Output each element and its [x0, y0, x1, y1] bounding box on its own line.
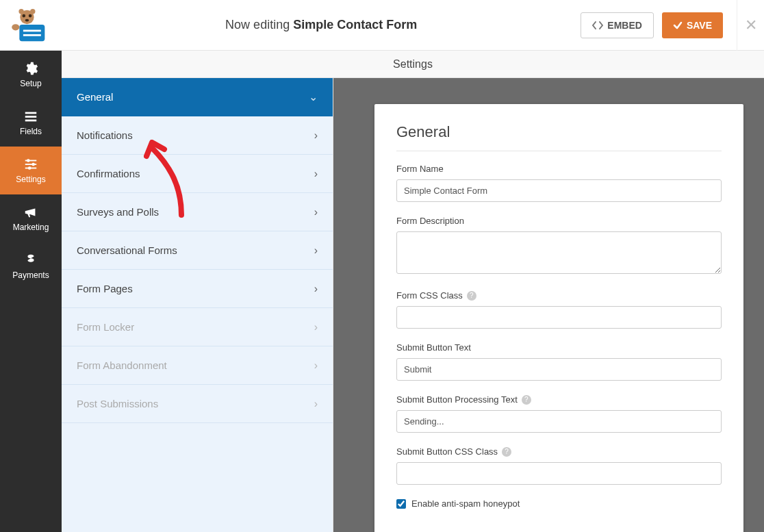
subnav-item-surveys[interactable]: Surveys and Polls ›: [62, 193, 333, 231]
sidebar-item-label: Fields: [20, 127, 42, 136]
svg-rect-10: [25, 112, 37, 114]
subnav-item-label: Form Pages: [77, 283, 133, 294]
gear-icon: [23, 61, 38, 76]
list-icon: [23, 109, 38, 124]
submit-css-class-input[interactable]: [396, 462, 722, 485]
field-label: Form Name: [396, 164, 722, 174]
page-title: Now editing Simple Contact Form: [62, 18, 581, 32]
form-description-input[interactable]: [396, 231, 722, 274]
subnav-item-abandonment[interactable]: Form Abandonment ›: [62, 346, 333, 385]
subnav-item-label: Form Abandonment: [77, 359, 167, 371]
panel-wrap: General Form Name Form Description Form …: [333, 78, 764, 532]
svg-rect-12: [25, 120, 37, 122]
embed-button[interactable]: EMBED: [581, 12, 654, 38]
svg-point-6: [25, 18, 29, 21]
chevron-right-icon: ›: [314, 129, 318, 142]
field-submit-processing: Submit Button Processing Text ?: [396, 394, 722, 433]
field-form-css-class: Form CSS Class ?: [396, 290, 722, 329]
svg-point-9: [12, 24, 19, 30]
subnav-item-label: Post Submissions: [77, 398, 158, 409]
chevron-right-icon: ›: [314, 398, 318, 410]
subnav-item-notifications[interactable]: Notifications ›: [62, 116, 333, 155]
honeypot-label: Enable anti-spam honeypot: [411, 498, 520, 509]
sidebar-item-fields[interactable]: Fields: [0, 99, 62, 147]
honeypot-checkbox[interactable]: [396, 499, 406, 509]
chevron-right-icon: ›: [314, 283, 318, 295]
svg-rect-1: [23, 29, 41, 31]
submit-processing-input[interactable]: [396, 410, 722, 433]
header-buttons: EMBED SAVE: [581, 12, 737, 38]
subnav-item-label: Notifications: [77, 129, 133, 141]
subnav-item-label: General: [77, 91, 113, 103]
chevron-right-icon: ›: [314, 321, 318, 333]
subnav-item-conversational[interactable]: Conversational Forms ›: [62, 231, 333, 270]
subnav-item-label: Surveys and Polls: [77, 206, 159, 218]
form-name-input[interactable]: [396, 179, 722, 202]
sidebar: Setup Fields Settings Marketing Payments: [0, 51, 62, 532]
field-honeypot: Enable anti-spam honeypot: [396, 498, 722, 509]
content-body: General ⌄ Notifications › Confirmations …: [62, 78, 764, 532]
field-form-name: Form Name: [396, 164, 722, 202]
wpforms-logo-icon: [12, 8, 50, 42]
chevron-right-icon: ›: [314, 359, 318, 372]
settings-panel: General Form Name Form Description Form …: [374, 104, 743, 532]
editing-form-name: Simple Contact Form: [293, 18, 417, 31]
save-button[interactable]: SAVE: [662, 12, 723, 38]
svg-point-8: [30, 8, 35, 13]
svg-point-16: [31, 163, 35, 166]
sidebar-item-marketing[interactable]: Marketing: [0, 194, 62, 242]
field-label: Form Description: [396, 216, 722, 226]
chevron-right-icon: ›: [314, 244, 318, 257]
sidebar-item-setup[interactable]: Setup: [0, 51, 62, 99]
sidebar-item-label: Setup: [20, 79, 41, 88]
field-submit-text: Submit Button Text: [396, 342, 722, 381]
svg-point-4: [23, 14, 26, 17]
help-icon[interactable]: ?: [467, 291, 476, 301]
subnav-item-label: Conversational Forms: [77, 244, 177, 256]
svg-point-5: [29, 14, 32, 17]
sidebar-item-label: Marketing: [13, 223, 49, 232]
settings-subnav: General ⌄ Notifications › Confirmations …: [62, 78, 333, 532]
help-icon[interactable]: ?: [522, 395, 531, 405]
dollar-icon: [23, 253, 38, 268]
svg-rect-0: [19, 25, 44, 41]
svg-point-18: [28, 166, 31, 170]
field-label: Submit Button Text: [396, 342, 722, 353]
help-icon[interactable]: ?: [502, 447, 511, 457]
subnav-item-formpages[interactable]: Form Pages ›: [62, 270, 333, 308]
svg-rect-2: [23, 34, 41, 36]
logo: [0, 8, 62, 42]
submit-text-input[interactable]: [396, 358, 722, 381]
field-label: Form CSS Class ?: [396, 290, 722, 301]
panel-title: General: [396, 123, 722, 151]
sidebar-item-label: Payments: [12, 270, 49, 280]
subnav-item-confirmations[interactable]: Confirmations ›: [62, 155, 333, 193]
field-form-description: Form Description: [396, 216, 722, 277]
chevron-down-icon: ⌄: [309, 90, 318, 103]
svg-point-14: [27, 159, 30, 162]
sliders-icon: [23, 157, 38, 172]
sidebar-item-settings[interactable]: Settings: [0, 147, 62, 194]
close-button[interactable]: ✕: [737, 0, 764, 51]
section-title: Settings: [393, 58, 433, 71]
sidebar-item-label: Settings: [16, 175, 45, 184]
main: Setup Fields Settings Marketing Payments…: [0, 51, 764, 532]
subnav-item-general[interactable]: General ⌄: [62, 78, 333, 116]
field-label: Submit Button Processing Text ?: [396, 394, 722, 405]
field-submit-css-class: Submit Button CSS Class ?: [396, 446, 722, 485]
subnav-item-postsubmissions[interactable]: Post Submissions ›: [62, 385, 333, 423]
sidebar-item-payments[interactable]: Payments: [0, 242, 62, 290]
check-icon: [673, 21, 683, 30]
svg-rect-11: [25, 116, 37, 118]
close-icon: ✕: [745, 16, 757, 34]
svg-point-7: [18, 8, 23, 13]
subnav-item-label: Form Locker: [77, 321, 134, 333]
megaphone-icon: [23, 205, 38, 220]
section-title-bar: Settings: [62, 51, 764, 78]
subnav-item-formlocker[interactable]: Form Locker ›: [62, 308, 333, 346]
editing-prefix: Now editing: [225, 18, 290, 31]
top-header: Now editing Simple Contact Form EMBED SA…: [0, 0, 764, 51]
form-css-class-input[interactable]: [396, 306, 722, 329]
field-label: Submit Button CSS Class ?: [396, 446, 722, 457]
chevron-right-icon: ›: [314, 168, 318, 180]
